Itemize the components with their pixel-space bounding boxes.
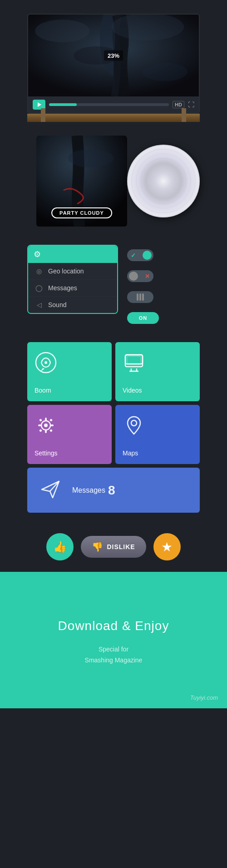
svg-rect-27: [49, 419, 53, 422]
footer-title: Download & Enjoy: [58, 619, 169, 633]
video-thumbnail: 23%: [28, 15, 199, 96]
svg-rect-23: [45, 430, 47, 433]
settings-icon-wrap: [35, 414, 57, 444]
settings-header: ⚙: [28, 246, 117, 263]
tiles-section: Boom Videos: [0, 333, 227, 522]
messages-content: Messages 8: [72, 483, 189, 498]
like-icon: 👍: [53, 540, 67, 553]
dislike-button[interactable]: 👎 DISLIKE: [81, 536, 146, 558]
tiles-grid: Boom Videos: [27, 342, 200, 513]
settings-tile-label: Settings: [35, 449, 58, 457]
sound-icon: ◁: [35, 301, 44, 308]
svg-rect-19: [127, 356, 141, 364]
svg-rect-28: [39, 429, 42, 432]
settings-item-messages[interactable]: ◯ Messages: [28, 280, 117, 297]
svg-rect-25: [50, 424, 54, 426]
toggle-knob: [143, 251, 152, 260]
dislike-icon: 👎: [92, 541, 103, 552]
toggle-geo[interactable]: ✓: [127, 249, 153, 261]
like-button[interactable]: 👍: [46, 533, 74, 560]
tile-messages[interactable]: Messages 8: [27, 468, 200, 513]
settings-section: ⚙ ◎ Geo location ◯ Messages ◁ Sound ✓ ✕: [0, 236, 227, 333]
toggle-check-icon: ✓: [131, 252, 136, 259]
svg-point-30: [131, 420, 137, 426]
video-frame: 23% HD ⛶: [27, 14, 200, 114]
settings-item-sound[interactable]: ◁ Sound: [28, 297, 117, 313]
actions-section: 👍 👎 DISLIKE ★: [0, 522, 227, 572]
messages-badge: 8: [108, 483, 115, 498]
video-progress-label: 23%: [104, 50, 123, 61]
svg-rect-22: [45, 418, 47, 421]
footer-sub-line1: Special for: [99, 646, 128, 653]
shelf: [27, 114, 200, 122]
svg-rect-26: [39, 419, 42, 422]
shelf-bracket-right: [182, 108, 186, 122]
shelf-bracket-left: [41, 108, 45, 122]
fullscreen-button[interactable]: ⛶: [188, 101, 194, 108]
maps-icon-wrap: [123, 414, 145, 444]
videos-icon-wrap: [123, 351, 145, 381]
progress-fill: [49, 103, 77, 106]
video-section: 23% HD ⛶: [0, 0, 227, 122]
settings-geo-label: Geo location: [48, 267, 84, 275]
album-card: PARTY CLOUDY: [36, 136, 191, 227]
tile-boom[interactable]: Boom: [27, 342, 112, 401]
tile-settings[interactable]: Settings: [27, 405, 112, 464]
svg-rect-14: [125, 355, 143, 367]
messages-tile-icon-wrap: [38, 477, 63, 504]
settings-menu: ⚙ ◎ Geo location ◯ Messages ◁ Sound: [27, 245, 118, 314]
boom-label: Boom: [35, 387, 51, 394]
settings-messages-label: Messages: [48, 284, 77, 292]
svg-point-8: [128, 146, 199, 217]
maps-label: Maps: [123, 449, 138, 457]
videos-label: Videos: [123, 387, 142, 394]
toggle-messages[interactable]: ✕: [127, 270, 153, 282]
svg-point-13: [44, 361, 47, 364]
toggles-column: ✓ ✕ ON: [127, 245, 159, 324]
footer-sub-line2: Smashing Magazine: [85, 656, 143, 664]
svg-point-21: [44, 424, 48, 427]
svg-point-7: [68, 149, 114, 167]
settings-item-geo[interactable]: ◎ Geo location: [28, 263, 117, 280]
album-label: PARTY CLOUDY: [51, 207, 112, 218]
toggle-sound[interactable]: [127, 291, 153, 303]
progress-bar[interactable]: [49, 103, 169, 106]
svg-point-3: [35, 20, 89, 42]
toggle-x-icon: ✕: [145, 273, 150, 280]
footer-section: Download & Enjoy Special for Smashing Ma…: [0, 572, 227, 708]
location-icon: ◎: [35, 267, 44, 275]
album-art: PARTY CLOUDY: [36, 136, 127, 227]
tile-videos[interactable]: Videos: [115, 342, 200, 401]
messages-tile-label: Messages: [72, 486, 105, 495]
messages-icon: ◯: [35, 284, 44, 292]
svg-rect-29: [49, 429, 53, 432]
album-section: PARTY CLOUDY: [0, 122, 227, 236]
settings-sound-label: Sound: [48, 301, 66, 308]
video-controls-bar: HD ⛶: [28, 96, 199, 113]
star-icon: ★: [161, 540, 173, 555]
toggle-multi-knob: [137, 293, 144, 301]
toggle-on-label: ON: [139, 315, 148, 321]
footer-brand: Tuyiyi.com: [190, 694, 218, 701]
svg-rect-24: [38, 424, 41, 426]
svg-point-5: [142, 63, 188, 81]
star-button[interactable]: ★: [153, 533, 181, 560]
dislike-label: DISLIKE: [107, 543, 135, 550]
footer-subtitle: Special for Smashing Magazine: [85, 644, 143, 666]
cd-disc: Polaris Great quality of awesome your in…: [127, 145, 200, 217]
hd-badge: HD: [173, 101, 184, 108]
toggle-knob: [129, 272, 138, 281]
tile-maps[interactable]: Maps: [115, 405, 200, 464]
gear-icon: ⚙: [34, 249, 41, 259]
toggle-on-button[interactable]: ON: [127, 312, 159, 324]
boom-icon-wrap: [35, 351, 57, 381]
